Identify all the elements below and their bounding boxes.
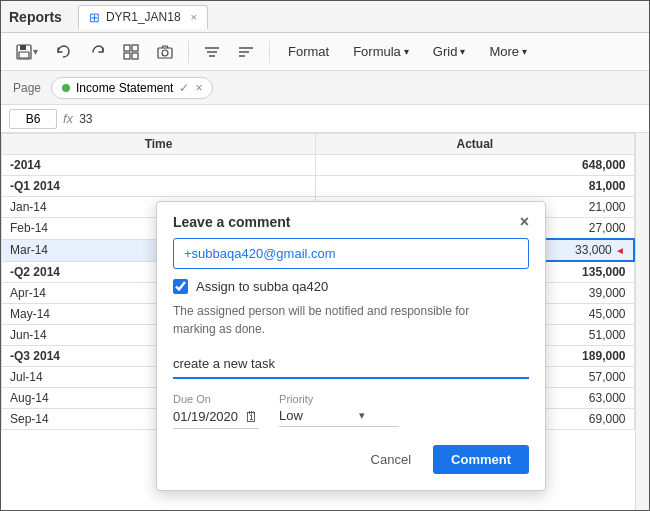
fx-label: fx xyxy=(63,111,73,126)
app-title: Reports xyxy=(9,9,62,25)
assign-label: Assign to subba qa420 xyxy=(196,279,328,294)
assign-checkbox[interactable] xyxy=(173,279,188,294)
page-status-dot xyxy=(62,84,70,92)
tab-icon: ⊞ xyxy=(89,10,100,25)
active-tab[interactable]: ⊞ DYR1_JAN18 × xyxy=(78,5,208,29)
svg-rect-6 xyxy=(132,53,138,59)
page-label: Page xyxy=(13,81,41,95)
cell-time: -2014 xyxy=(2,155,316,176)
grid-chevron: ▾ xyxy=(460,46,465,57)
more-button[interactable]: More ▾ xyxy=(479,40,537,63)
assign-note: The assigned person will be notified and… xyxy=(173,302,529,338)
calendar-icon[interactable]: 🗓 xyxy=(244,408,259,425)
assign-row: Assign to subba qa420 xyxy=(173,279,529,294)
cell-actual: 81,000 xyxy=(316,176,634,197)
title-bar: Reports ⊞ DYR1_JAN18 × xyxy=(1,1,649,33)
due-priority-row: Due On 01/19/2020 🗓 Priority Low Medium xyxy=(173,393,529,429)
comment-dialog: Leave a comment × Assign to subba qa420 … xyxy=(156,201,546,491)
due-date-value: 01/19/2020 xyxy=(173,409,238,424)
dialog-title: Leave a comment xyxy=(173,214,291,230)
due-section: Due On 01/19/2020 🗓 xyxy=(173,393,259,429)
format-button[interactable]: Format xyxy=(278,40,339,63)
undo-button[interactable] xyxy=(48,39,78,65)
snapshot-button[interactable] xyxy=(150,39,180,65)
due-label: Due On xyxy=(173,393,259,405)
cancel-button[interactable]: Cancel xyxy=(359,446,423,473)
table-row[interactable]: -2014 648,000 xyxy=(2,155,635,176)
col-header-actual: Actual xyxy=(316,134,634,155)
page-check-icon[interactable]: ✓ xyxy=(179,81,189,95)
more-chevron: ▾ xyxy=(522,46,527,57)
cell-time: -Q1 2014 xyxy=(2,176,316,197)
svg-rect-5 xyxy=(124,53,130,59)
dialog-body: Assign to subba qa420 The assigned perso… xyxy=(157,238,545,490)
svg-rect-3 xyxy=(124,45,130,51)
formula-input[interactable] xyxy=(79,112,641,126)
filter-button[interactable] xyxy=(197,39,227,65)
formula-button[interactable]: Formula ▾ xyxy=(343,40,419,63)
tab-close-icon[interactable]: × xyxy=(191,11,197,23)
priority-section: Priority Low Medium High ▾ xyxy=(279,393,399,427)
app-window: Reports ⊞ DYR1_JAN18 × ▾ xyxy=(0,0,650,511)
due-date-row: 01/19/2020 🗓 xyxy=(173,408,259,429)
cell-reference[interactable]: B6 xyxy=(9,109,57,129)
page-bar: Page Income Statement ✓ × xyxy=(1,71,649,105)
page-close-icon[interactable]: × xyxy=(195,81,202,95)
formula-chevron: ▾ xyxy=(404,46,409,57)
formula-bar: B6 fx xyxy=(1,105,649,133)
dialog-close-icon[interactable]: × xyxy=(520,214,529,230)
dialog-actions: Cancel Comment xyxy=(173,445,529,474)
save-button[interactable]: ▾ xyxy=(9,39,44,65)
col-header-time: Time xyxy=(2,134,316,155)
toolbar: ▾ Format Formula ▾ Grid ▾ xyxy=(1,33,649,71)
main-area: Time Actual -2014 648,000 -Q1 2014 81,00… xyxy=(1,133,649,510)
priority-row: Low Medium High ▾ xyxy=(279,408,399,427)
task-input[interactable] xyxy=(173,350,529,379)
page-tab-name: Income Statement xyxy=(76,81,173,95)
cell-format-button[interactable] xyxy=(116,39,146,65)
tab-name: DYR1_JAN18 xyxy=(106,10,181,24)
dialog-header: Leave a comment × xyxy=(157,202,545,238)
redo-button[interactable] xyxy=(82,39,112,65)
sort-button[interactable] xyxy=(231,39,261,65)
svg-rect-1 xyxy=(20,45,26,50)
red-arrow-icon: ◄ xyxy=(615,245,625,256)
priority-label: Priority xyxy=(279,393,399,405)
priority-select[interactable]: Low Medium High xyxy=(279,408,359,423)
svg-rect-4 xyxy=(132,45,138,51)
cell-actual: 648,000 xyxy=(316,155,634,176)
save-dropdown[interactable]: ▾ xyxy=(33,46,38,57)
priority-chevron-icon: ▾ xyxy=(359,409,365,422)
svg-point-8 xyxy=(162,50,168,56)
table-row[interactable]: -Q1 2014 81,000 xyxy=(2,176,635,197)
svg-rect-2 xyxy=(19,52,29,58)
scrollbar[interactable] xyxy=(635,133,649,510)
comment-button[interactable]: Comment xyxy=(433,445,529,474)
grid-button[interactable]: Grid ▾ xyxy=(423,40,476,63)
page-tab[interactable]: Income Statement ✓ × xyxy=(51,77,213,99)
mention-input[interactable] xyxy=(173,238,529,269)
